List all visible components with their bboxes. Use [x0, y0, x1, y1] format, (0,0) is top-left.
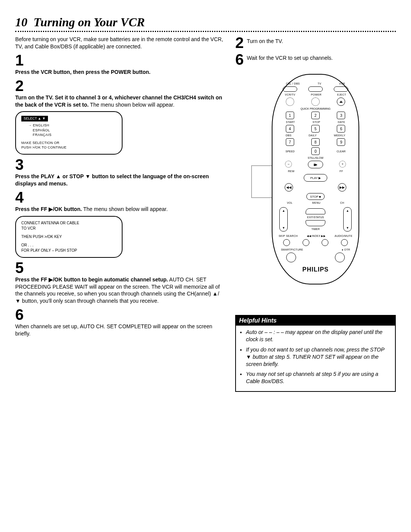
still-slow-button[interactable]: ▮▶	[308, 161, 323, 168]
label-vcrtv: VCR/TV	[285, 93, 295, 96]
ch-down-icon: ▼	[346, 226, 349, 230]
num-2-button[interactable]: 2	[311, 112, 320, 119]
label-smart: SMARTPICTURE	[281, 248, 303, 251]
vol-down-icon: ▼	[282, 226, 285, 230]
audio-mute-button[interactable]	[341, 239, 348, 246]
step-4-bold: Press the FF ▶/OK button.	[15, 206, 82, 212]
page-title: 10 Turning on Your VCR	[15, 15, 396, 29]
step-5-number: 5	[15, 260, 224, 275]
label-cbl: CBL / DBS	[286, 82, 300, 85]
onscreen-menu-2: CONNECT ANTENNA OR CABLE TO VCR THEN PUS…	[15, 216, 123, 258]
index-ff-button[interactable]	[322, 239, 328, 246]
title-text: Turning on Your VCR	[33, 15, 145, 29]
menu-block: EXIT/STATUS TIMER	[306, 208, 325, 230]
step-4-tail: The menu shown below will appear.	[82, 206, 167, 212]
index-ff-icon: ▶▶	[321, 235, 325, 237]
step-6-number: 6	[15, 307, 224, 322]
hints-title: Helpful Hints	[236, 316, 395, 326]
stop-button[interactable]: STOP ■	[306, 193, 325, 200]
step-1-text: Press the VCR button, then press the POW…	[15, 69, 224, 76]
num-7-button[interactable]: 7	[286, 138, 294, 146]
helpful-hints-box: Helpful Hints Auto or – – : – – may appe…	[235, 315, 396, 392]
screen1-lang1: → ENGLISH	[28, 123, 116, 128]
label-daily: DAILY	[309, 134, 317, 137]
label-dbs: DBS	[286, 134, 292, 137]
step-4-number: 4	[15, 190, 224, 205]
label-timer: TIMER	[311, 228, 320, 230]
channel-rocker[interactable]: ▲ ▼	[343, 207, 352, 232]
onscreen-menu-1: SELECT ▲ ▼ → ENGLISH ESPAÑOL FRANÇAIS MA…	[15, 111, 123, 155]
label-exit: EXIT/STATUS	[307, 216, 324, 219]
vol-up-icon: ▲	[282, 209, 285, 212]
label-clear: CLEAR	[337, 150, 346, 153]
label-weekly: WEEKLY	[334, 134, 345, 137]
label-audio: AUDIO/MUTE	[335, 235, 352, 238]
hint-2: If you do not want to set up channels no…	[246, 346, 390, 368]
label-otr: OTR	[344, 248, 350, 251]
num-4-button[interactable]: 4	[286, 125, 294, 133]
num-9-button[interactable]: 9	[337, 138, 345, 146]
eject-icon: ⏏	[339, 100, 343, 104]
label-index: INDEX	[312, 235, 320, 237]
cbl-dbs-button[interactable]	[283, 86, 297, 92]
screen2-l2: TO VCR	[21, 226, 116, 231]
step-5-text: Press the FF ▶/OK button to begin automa…	[15, 276, 224, 305]
vcrtv-button[interactable]	[286, 97, 294, 106]
right-summary-2: 2 Turn on the TV.	[235, 36, 396, 50]
volume-rocker[interactable]: ▲ ▼	[279, 207, 288, 232]
minus-button[interactable]: −	[285, 161, 292, 168]
label-ch: CH	[340, 201, 344, 204]
vcr-button[interactable]	[334, 86, 348, 92]
screen1-lang3: FRANÇAIS	[33, 133, 116, 137]
num-3-button[interactable]: 3	[337, 112, 345, 119]
label-ff: FF	[339, 170, 343, 173]
num-1-button[interactable]: 1	[286, 112, 294, 119]
left-column: Before turning on your VCR, make sure ba…	[15, 36, 224, 392]
step-3-bold: Press the PLAY ▲ or STOP ▼ button to sel…	[15, 173, 209, 187]
step-5-bold: Press the FF ▶/OK button to begin automa…	[15, 276, 168, 283]
step-1-number: 1	[15, 53, 224, 68]
label-rew: REW	[288, 170, 295, 173]
otr-button[interactable]	[335, 252, 345, 262]
label-menu: MENU	[312, 201, 320, 204]
screen1-lang2: ESPAÑOL	[33, 128, 116, 133]
step-4-text: Press the FF ▶/OK button. The menu shown…	[15, 206, 224, 213]
num-6-button[interactable]: 6	[337, 125, 345, 133]
hint-3: You may not set up channels at step 5 if…	[246, 371, 390, 385]
eject-button[interactable]: ⏏	[337, 97, 345, 106]
label-still: STILL/SLOW	[277, 157, 354, 159]
screen2-l5: FOR PLAY ONLY – PUSH STOP	[21, 248, 116, 253]
remote-control: CBL / DBS TV VCR VCR/TV POWER EJECT	[272, 74, 359, 284]
label-skip: SKIP SEARCH	[279, 235, 298, 238]
rec-icon: ●	[342, 248, 344, 251]
num-5-button[interactable]: 5	[311, 125, 320, 133]
step-1-bold: Press the VCR button, then press the POW…	[15, 69, 150, 75]
ff-button[interactable]: ▶▶	[338, 183, 346, 192]
num-0-button[interactable]: 0	[311, 147, 320, 155]
brand-label: PHILIPS	[277, 266, 354, 273]
rew-button[interactable]: ◀◀	[285, 183, 293, 192]
intro-text: Before turning on your VCR, make sure ba…	[15, 36, 224, 50]
exit-button[interactable]	[306, 220, 325, 226]
index-rew-button[interactable]	[303, 239, 309, 246]
label-start: START	[286, 121, 295, 123]
menu-button[interactable]	[306, 208, 325, 214]
plus-button[interactable]: +	[339, 161, 346, 168]
tv-button[interactable]	[308, 86, 323, 92]
label-vcr: VCR	[339, 82, 345, 85]
right-step2-num: 2	[235, 36, 244, 50]
smartpicture-button[interactable]	[286, 252, 296, 262]
num-8-button[interactable]: 8	[311, 138, 320, 146]
skip-button[interactable]	[283, 239, 290, 246]
power-button[interactable]	[311, 97, 320, 106]
step-2-number: 2	[15, 78, 224, 93]
hints-body: Auto or – – : – – may appear on the disp…	[236, 326, 395, 391]
remote-diagram: 1 3-5 CBL / DBS TV VCR VCR/TV	[235, 74, 396, 284]
play-button[interactable]: PLAY ▶	[304, 174, 327, 182]
right-step6-text: Wait for the VCR to set up channels.	[247, 53, 333, 61]
title-rule	[15, 31, 396, 32]
label-date: DATE	[338, 121, 345, 123]
right-summary-6: 6 Wait for the VCR to set up channels.	[235, 53, 396, 66]
screen2-l1: CONNECT ANTENNA OR CABLE	[21, 220, 116, 226]
label-tv: TV	[318, 82, 322, 85]
